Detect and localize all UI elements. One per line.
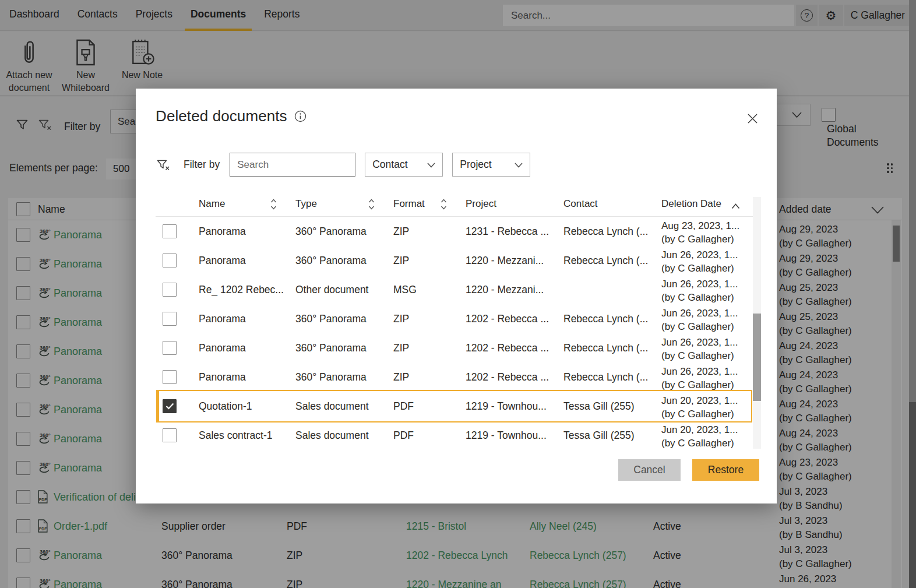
deleted-document-row[interactable]: Panorama 360° Panorama ZIP 1202 - Rebecc… xyxy=(136,304,762,333)
deleted-document-contact: Rebecca Lynch (... xyxy=(563,246,648,275)
app-screen: Dashboard Contacts Projects Documents Re… xyxy=(0,0,916,588)
deletion-date: Jun 26, 2023, 1... (by C Gallagher) xyxy=(661,336,738,362)
deletion-date: Jun 20, 2023, 1... (by C Gallagher) xyxy=(661,394,738,421)
clear-filter-icon[interactable] xyxy=(157,159,170,171)
close-icon[interactable] xyxy=(745,111,760,129)
deleted-document-row[interactable]: Sales contract-1 Sales document PDF 1219… xyxy=(136,421,762,449)
filter-by-label: Filter by xyxy=(184,159,220,171)
deleted-document-format: ZIP xyxy=(393,333,409,362)
deleted-document-format: ZIP xyxy=(393,362,409,392)
deleted-document-format: ZIP xyxy=(393,217,409,246)
deleted-document-row[interactable]: Re_ 1202 Rebec... Other document MSG 122… xyxy=(136,275,762,304)
deleted-document-contact: Rebecca Lynch (... xyxy=(563,304,648,333)
row-checkbox[interactable] xyxy=(163,224,177,238)
deleted-document-project: 1202 - Rebecca ... xyxy=(466,362,549,392)
deleted-document-contact: Tessa Gill (255) xyxy=(563,392,635,421)
deleted-document-type: 360° Panorama xyxy=(295,246,367,275)
sort-ascending-icon[interactable] xyxy=(731,201,740,212)
deleted-document-name: Panorama xyxy=(199,304,246,333)
deleted-document-project: 1231 - Rebecca ... xyxy=(466,217,549,246)
dialog-table-body: Panorama 360° Panorama ZIP 1231 - Rebecc… xyxy=(136,217,762,449)
dialog-table-header: Name Type Format Project Contact Deletio… xyxy=(136,193,762,217)
type-column-header[interactable]: Type xyxy=(295,198,317,210)
deleted-document-name: Panorama xyxy=(199,217,246,246)
dialog-search-input[interactable] xyxy=(230,153,355,177)
row-checkbox[interactable] xyxy=(163,312,177,326)
deletion-date-column-header[interactable]: Deletion Date xyxy=(661,198,721,210)
deleted-document-type: 360° Panorama xyxy=(295,333,367,362)
deleted-document-project: 1219 - Townhou... xyxy=(466,392,547,421)
contact-column-header[interactable]: Contact xyxy=(563,198,598,210)
deleted-document-row[interactable]: Panorama 360° Panorama ZIP 1231 - Rebecc… xyxy=(136,217,762,246)
deleted-document-type: 360° Panorama xyxy=(295,362,367,392)
deleted-document-contact: Tessa Gill (255) xyxy=(563,421,635,449)
row-checkbox[interactable] xyxy=(163,341,177,355)
row-checkbox[interactable] xyxy=(163,283,177,297)
deleted-document-type: 360° Panorama xyxy=(295,304,367,333)
deleted-document-name: Panorama xyxy=(199,362,246,392)
deleted-document-row[interactable]: Panorama 360° Panorama ZIP 1202 - Rebecc… xyxy=(136,362,762,392)
deleted-document-name: Panorama xyxy=(199,246,246,275)
row-checkbox[interactable] xyxy=(163,399,177,413)
project-filter-select[interactable]: Project xyxy=(452,153,530,177)
deleted-document-format: PDF xyxy=(393,421,414,449)
deleted-document-name: Panorama xyxy=(199,333,246,362)
dialog-table-scrollbar[interactable] xyxy=(753,197,761,449)
deleted-document-project: 1220 - Mezzani... xyxy=(466,246,544,275)
deleted-document-name: Re_ 1202 Rebec... xyxy=(199,275,284,304)
row-checkbox[interactable] xyxy=(163,428,177,442)
dialog-scrollbar-thumb[interactable] xyxy=(753,314,761,401)
deleted-document-name: Quotation-1 xyxy=(199,392,252,421)
deleted-document-format: ZIP xyxy=(393,246,409,275)
contact-filter-select[interactable]: Contact xyxy=(365,153,443,177)
deletion-date: Jun 20, 2023, 1... (by C Gallagher) xyxy=(661,423,738,449)
deleted-document-row[interactable]: Panorama 360° Panorama ZIP 1220 - Mezzan… xyxy=(136,246,762,275)
sort-icon[interactable] xyxy=(270,198,277,214)
deleted-document-contact: Rebecca Lynch (... xyxy=(563,333,648,362)
deleted-document-name: Sales contract-1 xyxy=(199,421,272,449)
deleted-document-type: 360° Panorama xyxy=(295,217,367,246)
deleted-document-contact: Rebecca Lynch (... xyxy=(563,362,648,392)
deletion-date: Jun 26, 2023, 1... (by C Gallagher) xyxy=(661,307,738,333)
deleted-document-format: PDF xyxy=(393,392,414,421)
deletion-date: Jun 26, 2023, 1... (by C Gallagher) xyxy=(661,277,738,304)
deletion-date: Aug 23, 2023, 1... (by C Gallagher) xyxy=(661,219,739,246)
deleted-document-row[interactable]: Panorama 360° Panorama ZIP 1202 - Rebecc… xyxy=(136,333,762,362)
deleted-documents-dialog: Deleted documents Filter by Contact Proj… xyxy=(136,89,777,504)
deleted-document-project: 1220 - Mezzani... xyxy=(466,275,544,304)
deleted-document-format: MSG xyxy=(393,275,417,304)
info-icon[interactable] xyxy=(294,110,306,122)
deleted-document-type: Other document xyxy=(295,275,368,304)
deletion-date: Jun 26, 2023, 1... (by C Gallagher) xyxy=(661,248,738,275)
row-checkbox[interactable] xyxy=(163,370,177,384)
deletion-date: Jun 26, 2023, 1... (by C Gallagher) xyxy=(661,365,738,392)
deleted-document-format: ZIP xyxy=(393,304,409,333)
sort-icon[interactable] xyxy=(440,198,448,214)
chevron-down-icon xyxy=(427,163,435,168)
deleted-document-type: Sales document xyxy=(295,392,369,421)
restore-button[interactable]: Restore xyxy=(692,459,759,481)
deleted-document-project: 1219 - Townhou... xyxy=(466,421,547,449)
sort-icon[interactable] xyxy=(368,198,375,214)
deleted-document-project: 1202 - Rebecca ... xyxy=(466,333,549,362)
dialog-filter-bar: Filter by Contact Project xyxy=(157,153,540,177)
deleted-document-project: 1202 - Rebecca ... xyxy=(466,304,549,333)
format-column-header[interactable]: Format xyxy=(393,198,425,210)
project-filter-label: Project xyxy=(460,159,491,171)
row-checkbox[interactable] xyxy=(163,253,177,267)
name-column-header[interactable]: Name xyxy=(199,198,225,210)
deleted-document-row[interactable]: Quotation-1 Sales document PDF 1219 - To… xyxy=(136,392,762,421)
chevron-down-icon xyxy=(515,163,523,168)
contact-filter-label: Contact xyxy=(372,159,407,171)
cancel-button[interactable]: Cancel xyxy=(618,459,681,481)
deleted-document-type: Sales document xyxy=(295,421,369,449)
deleted-document-contact: Rebecca Lynch (... xyxy=(563,217,648,246)
project-column-header[interactable]: Project xyxy=(466,198,496,210)
dialog-title: Deleted documents xyxy=(156,107,287,125)
